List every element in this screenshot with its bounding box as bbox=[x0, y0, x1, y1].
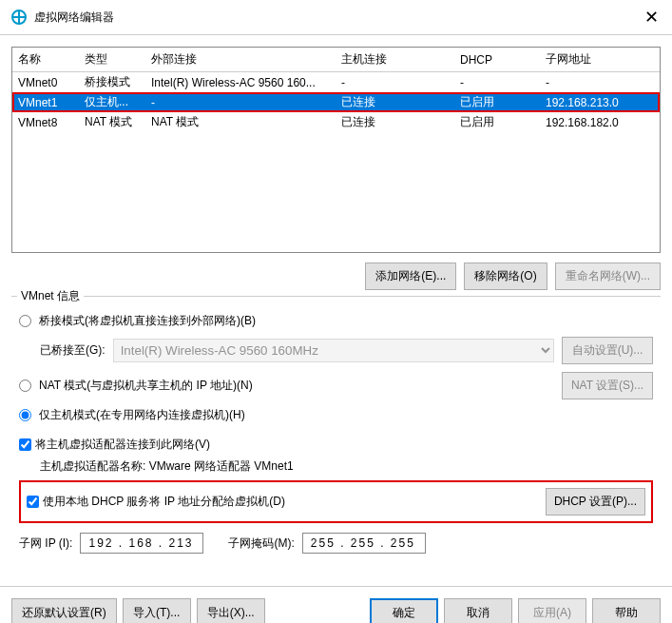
bridge-to-label: 已桥接至(G): bbox=[40, 342, 106, 359]
table-row[interactable]: VMnet1仅主机...-已连接已启用192.168.213.0 bbox=[12, 92, 660, 112]
column-header[interactable]: 类型 bbox=[79, 48, 145, 72]
column-header[interactable]: 外部连接 bbox=[145, 48, 336, 72]
subnet-mask-input[interactable] bbox=[302, 533, 426, 554]
adapter-name-label: 主机虚拟适配器名称: VMware 网络适配器 VMnet1 bbox=[40, 458, 653, 475]
use-dhcp-checkbox[interactable]: 使用本地 DHCP 服务将 IP 地址分配给虚拟机(D) bbox=[27, 494, 285, 510]
subnet-ip-label: 子网 IP (I): bbox=[19, 535, 72, 552]
dhcp-settings-button[interactable]: DHCP 设置(P)... bbox=[546, 488, 645, 516]
nat-mode-radio[interactable]: NAT 模式(与虚拟机共享主机的 IP 地址)(N) bbox=[19, 378, 253, 394]
subnet-mask-label: 子网掩码(M): bbox=[228, 535, 294, 552]
network-table[interactable]: 名称类型外部连接主机连接DHCP子网地址 VMnet0桥接模式Intel(R) … bbox=[11, 47, 661, 253]
help-button[interactable]: 帮助 bbox=[592, 598, 661, 623]
connect-host-checkbox[interactable]: 将主机虚拟适配器连接到此网络(V) bbox=[19, 437, 210, 453]
column-header[interactable]: 名称 bbox=[12, 48, 79, 72]
restore-defaults-button[interactable]: 还原默认设置(R) bbox=[11, 598, 117, 623]
remove-network-button[interactable]: 移除网络(O) bbox=[464, 263, 547, 290]
column-header[interactable]: 子网地址 bbox=[540, 48, 660, 72]
table-row[interactable]: VMnet0桥接模式Intel(R) Wireless-AC 9560 160.… bbox=[12, 72, 660, 93]
window-title: 虚拟网络编辑器 bbox=[34, 10, 642, 26]
groupbox-title: VMnet 信息 bbox=[17, 288, 84, 304]
bridge-adapter-select: Intel(R) Wireless-AC 9560 160MHz bbox=[113, 339, 554, 362]
auto-settings-button: 自动设置(U)... bbox=[562, 337, 653, 364]
nat-settings-button: NAT 设置(S)... bbox=[562, 372, 653, 399]
rename-network-button: 重命名网络(W)... bbox=[555, 263, 661, 290]
app-icon bbox=[11, 10, 27, 25]
close-button[interactable]: ✕ bbox=[642, 8, 661, 27]
subnet-ip-input[interactable] bbox=[80, 533, 203, 554]
ok-button[interactable]: 确定 bbox=[370, 598, 438, 623]
host-only-radio[interactable]: 仅主机模式(在专用网络内连接虚拟机)(H) bbox=[19, 407, 245, 423]
table-row[interactable]: VMnet8NAT 模式NAT 模式已连接已启用192.168.182.0 bbox=[12, 112, 660, 132]
cancel-button[interactable]: 取消 bbox=[444, 598, 512, 623]
column-header[interactable]: DHCP bbox=[454, 48, 540, 72]
add-network-button[interactable]: 添加网络(E)... bbox=[365, 263, 456, 290]
apply-button: 应用(A) bbox=[518, 598, 586, 623]
import-button[interactable]: 导入(T)... bbox=[123, 598, 191, 623]
column-header[interactable]: 主机连接 bbox=[336, 48, 454, 72]
bridge-mode-radio[interactable]: 桥接模式(将虚拟机直接连接到外部网络)(B) bbox=[19, 313, 256, 329]
export-button[interactable]: 导出(X)... bbox=[197, 598, 265, 623]
